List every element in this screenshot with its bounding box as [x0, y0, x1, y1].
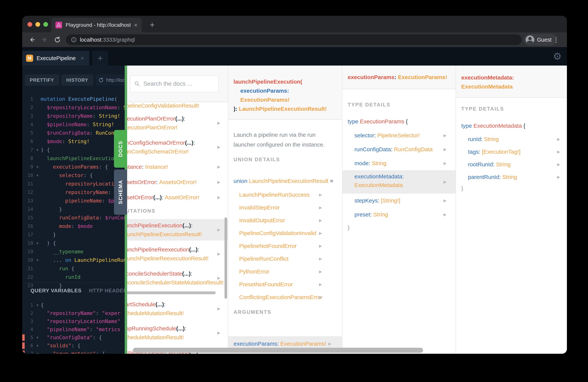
- code-line[interactable]: 4 "pipelineName": "metrics: [22, 325, 125, 333]
- forward-icon[interactable]: [40, 35, 50, 45]
- code-line[interactable]: 19 __typename: [22, 247, 125, 256]
- code-line[interactable]: 14 }: [22, 205, 125, 213]
- fold-arrow-icon[interactable]: ▾: [34, 352, 41, 354]
- docs-item-launchPipelineExecution[interactable]: launchPipelineExecution(...):LaunchPipel…: [127, 219, 228, 240]
- code-line[interactable]: 2 $repositoryLocationName: String!: [22, 103, 125, 112]
- tab-query-variables[interactable]: QUERY VARIABLES: [30, 288, 82, 294]
- close-playground-tab-icon[interactable]: ×: [81, 55, 84, 62]
- code-line[interactable]: 7▾ "save metrics": {: [22, 350, 125, 354]
- fold-arrow-icon[interactable]: ▾: [34, 303, 41, 307]
- type-field-preset[interactable]: preset: String▶: [342, 208, 456, 221]
- fold-arrow-icon[interactable]: ▾: [34, 335, 41, 340]
- docs-item-launchPipelineReexecution[interactable]: launchPipelineReexecution(...):LaunchPip…: [127, 243, 228, 265]
- expand-arrow-icon[interactable]: ▶: [443, 161, 446, 166]
- fold-arrow-icon[interactable]: ▾: [34, 173, 41, 178]
- expand-arrow-icon[interactable]: ▶: [319, 256, 322, 261]
- close-tab-icon[interactable]: ×: [134, 22, 138, 29]
- fold-arrow-icon[interactable]: ▾: [34, 343, 41, 348]
- fold-arrow-icon[interactable]: ▾: [34, 258, 41, 262]
- expand-arrow-icon[interactable]: ▶: [319, 295, 322, 299]
- browser-menu-icon[interactable]: ⋮: [551, 35, 561, 45]
- code-line[interactable]: 1▾{: [22, 301, 125, 309]
- union-member-LaunchPipelineRunSuccess[interactable]: LaunchPipelineRunSuccess▶: [239, 188, 335, 201]
- code-line[interactable]: 21 run {: [22, 264, 125, 273]
- expand-arrow-icon[interactable]: ▶: [217, 165, 220, 169]
- union-member-PipelineConfigValidationInvalid[interactable]: PipelineConfigValidationInvalid▶: [239, 227, 335, 240]
- docs-item-executionPlanOrError[interactable]: executionPlanOrError(...):ExecutionPlanO…: [127, 112, 228, 134]
- docs-item-instance[interactable]: instance: Instance!▶: [127, 161, 228, 173]
- expand-arrow-icon[interactable]: ▶: [319, 282, 322, 287]
- prettify-button[interactable]: PRETTIFY: [25, 74, 59, 86]
- expand-arrow-icon[interactable]: ▶: [319, 218, 322, 223]
- query-variables-editor[interactable]: 1▾{2 "repositoryName": "exper3 "reposito…: [22, 301, 125, 354]
- code-line[interactable]: 22 runId: [22, 273, 125, 281]
- column-horizontal-scrollbar[interactable]: [127, 291, 216, 294]
- code-line[interactable]: 12 repositoryName: $repositoryName: [22, 188, 125, 196]
- type-field-stepKeys[interactable]: stepKeys: [String!]▶: [342, 194, 456, 208]
- url-bar[interactable]: localhost:3333/graphql: [66, 35, 522, 45]
- docs-item-assetOrError[interactable]: assetOrError(...): AssetOrError!▶: [127, 191, 228, 204]
- code-line[interactable]: 6 $mode: String!: [22, 137, 125, 146]
- reload-icon[interactable]: [52, 35, 63, 45]
- docs-item-startSchedule[interactable]: startSchedule(...):ScheduleMutationResul…: [127, 298, 228, 319]
- code-line[interactable]: 9▾ executionParams: {: [22, 163, 125, 171]
- back-icon[interactable]: [27, 35, 37, 45]
- expand-arrow-icon[interactable]: ▶: [443, 147, 446, 152]
- code-line[interactable]: 2 "repositoryName": "exper: [22, 309, 125, 317]
- new-playground-tab-button[interactable]: +: [92, 51, 108, 65]
- code-line[interactable]: 10▾ selector: {: [22, 171, 125, 179]
- graphql-query-editor[interactable]: 1mutation ExecutePipeline(2 $repositoryL…: [22, 95, 125, 290]
- type-field-tags[interactable]: tags: [ExecutionTag!]▶: [456, 146, 567, 158]
- expand-arrow-icon[interactable]: ▶: [557, 149, 560, 154]
- expand-arrow-icon[interactable]: ▶: [443, 212, 446, 217]
- docs-item-runConfigSchemaOrError[interactable]: runConfigSchemaOrError(...):RunConfigSch…: [127, 136, 228, 158]
- expand-arrow-icon[interactable]: ▶: [557, 175, 560, 179]
- type-field-mode[interactable]: mode: String▶: [342, 156, 456, 170]
- union-member-ConflictingExecutionParamsError[interactable]: ConflictingExecutionParamsError▶: [239, 291, 335, 304]
- fold-arrow-icon[interactable]: ▾: [34, 241, 41, 245]
- docs-horizontal-scrollbar[interactable]: [133, 348, 423, 353]
- expand-arrow-icon[interactable]: ▶: [319, 192, 322, 197]
- expand-arrow-icon[interactable]: ▶: [217, 276, 220, 280]
- code-line[interactable]: 8 launchPipelineExecution(: [22, 154, 125, 163]
- type-field-runConfigData[interactable]: runConfigData: RunConfigData▶: [342, 142, 456, 156]
- code-line[interactable]: 3 $repositoryName: String!: [22, 112, 125, 120]
- expand-arrow-icon[interactable]: ▶: [217, 121, 220, 125]
- tab-docs[interactable]: DOCS: [114, 130, 127, 168]
- site-info-icon[interactable]: [71, 37, 77, 43]
- playground-tab[interactable]: M ExecutePipeline ×: [22, 51, 89, 65]
- code-line[interactable]: 16 mode: $mode: [22, 222, 125, 230]
- zoom-window-button[interactable]: [43, 22, 48, 27]
- code-line[interactable]: 13 pipelineName: $pipelineName: [22, 196, 125, 205]
- expand-arrow-icon[interactable]: ▶: [319, 231, 322, 235]
- type-field-selector[interactable]: selector: PipelineSelector!▶: [342, 128, 456, 142]
- expand-arrow-icon[interactable]: ▶: [217, 228, 220, 232]
- code-line[interactable]: 15 runConfigData: $runConfigData: [22, 213, 125, 222]
- code-line[interactable]: 20▾ ... on LaunchPipelineRunSuccess {: [22, 256, 125, 264]
- code-line[interactable]: 17 }: [22, 230, 125, 239]
- tab-schema[interactable]: SCHEMA: [114, 170, 127, 215]
- docs-search-box[interactable]: [130, 75, 219, 92]
- code-line[interactable]: 4 $pipelineName: String!: [22, 120, 125, 129]
- expand-arrow-icon[interactable]: ▶: [217, 180, 220, 184]
- fold-arrow-icon[interactable]: ▾: [34, 165, 41, 169]
- tab-http-headers[interactable]: HTTP HEADERS: [89, 288, 125, 294]
- expand-arrow-icon[interactable]: ▶: [329, 341, 332, 346]
- expand-arrow-icon[interactable]: ▶: [443, 198, 446, 203]
- union-member-PythonError[interactable]: PythonError▶: [239, 265, 335, 278]
- expand-arrow-icon[interactable]: ▶: [319, 244, 322, 248]
- union-member-PipelineNotFoundError[interactable]: PipelineNotFoundError▶: [239, 240, 335, 253]
- expand-arrow-icon[interactable]: ▶: [217, 331, 220, 335]
- minimize-window-button[interactable]: [35, 22, 40, 27]
- expand-arrow-icon[interactable]: ▶: [217, 145, 220, 149]
- expand-arrow-icon[interactable]: ▶: [557, 162, 560, 167]
- union-member-PresetNotFoundError[interactable]: PresetNotFoundError▶: [239, 278, 335, 291]
- endpoint-input[interactable]: http://loc: [96, 74, 125, 86]
- type-field-rootRunId[interactable]: rootRunId: String▶: [456, 158, 567, 171]
- new-tab-button[interactable]: +: [147, 19, 158, 30]
- expand-arrow-icon[interactable]: ▶: [217, 252, 220, 256]
- code-line[interactable]: 6▾ "solids": {: [22, 341, 125, 350]
- type-field-parentRunId[interactable]: parentRunId: String▶: [456, 171, 567, 183]
- browser-tab[interactable]: Playground - http://localhost:3 ×: [51, 18, 142, 32]
- expand-arrow-icon[interactable]: ▶: [217, 306, 220, 311]
